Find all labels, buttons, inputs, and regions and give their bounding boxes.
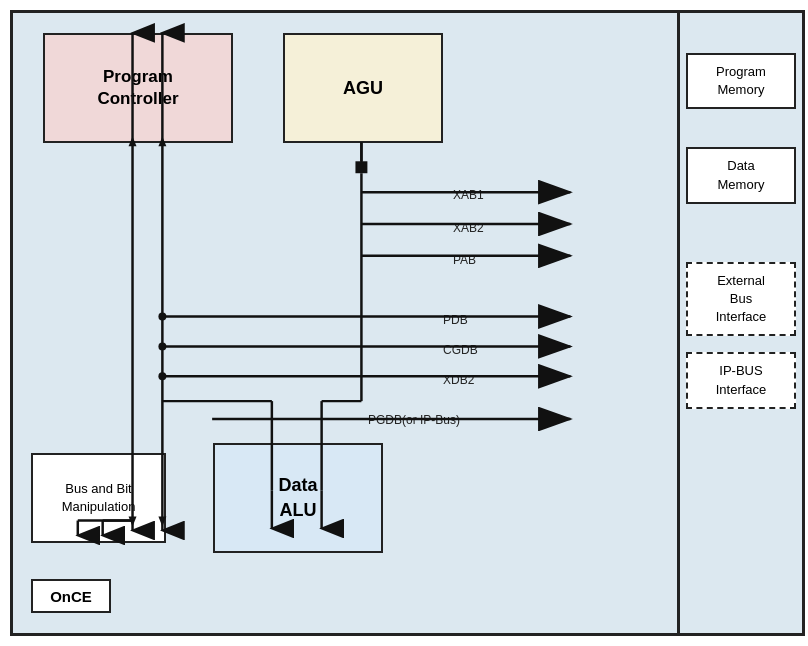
agu-label: AGU — [343, 78, 383, 99]
ip-bus-label: IP-BUSInterface — [716, 362, 767, 398]
data-alu-label: DataALU — [278, 473, 317, 523]
ext-bus-box: ExternalBusInterface — [686, 262, 796, 337]
bus-bit-block: Bus and BitManipulation — [31, 453, 166, 543]
svg-point-40 — [158, 313, 166, 321]
ext-bus-label: ExternalBusInterface — [716, 272, 767, 327]
data-memory-label: DataMemory — [718, 157, 765, 193]
data-memory-box: DataMemory — [686, 147, 796, 203]
right-column: ProgramMemory DataMemory ExternalBusInte… — [680, 10, 805, 636]
program-controller-block: Program Controller — [43, 33, 233, 143]
chip-diagram: Program Controller AGU Bus and BitManipu… — [10, 10, 680, 636]
data-alu-block: DataALU — [213, 443, 383, 553]
bus-bit-label: Bus and BitManipulation — [62, 480, 136, 516]
xab2-label: XAB2 — [453, 221, 484, 235]
cgdb-label: CGDB — [443, 343, 478, 357]
pgdb-label: PGDB(or IP-Bus) — [368, 413, 460, 427]
main-container: Program Controller AGU Bus and BitManipu… — [0, 0, 808, 646]
svg-rect-16 — [355, 161, 367, 173]
program-controller-label: Program Controller — [97, 66, 178, 110]
once-box: OnCE — [31, 579, 111, 613]
once-label: OnCE — [50, 588, 92, 605]
pab-label: PAB — [453, 253, 476, 267]
svg-point-41 — [158, 342, 166, 350]
xdb2-label: XDB2 — [443, 373, 474, 387]
pdb-label: PDB — [443, 313, 468, 327]
ip-bus-box: IP-BUSInterface — [686, 352, 796, 408]
program-memory-label: ProgramMemory — [716, 63, 766, 99]
svg-point-42 — [158, 372, 166, 380]
program-memory-box: ProgramMemory — [686, 53, 796, 109]
xab1-label: XAB1 — [453, 188, 484, 202]
agu-block: AGU — [283, 33, 443, 143]
